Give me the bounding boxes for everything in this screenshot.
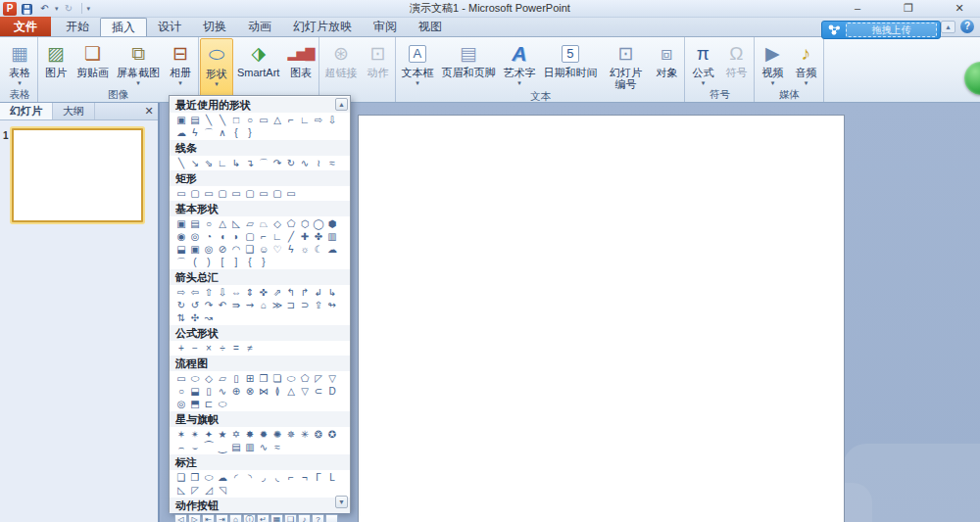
shape-icon[interactable]: ◎ [174, 398, 188, 410]
shape-icon[interactable]: ⋈ [257, 385, 270, 398]
minimize-button[interactable]: – [845, 1, 870, 16]
shape-icon[interactable]: { [243, 256, 257, 268]
shape-icon[interactable]: ⇨ [174, 286, 188, 299]
shape-icon[interactable]: ⇔ [229, 286, 243, 299]
shape-icon[interactable]: ◿ [202, 484, 216, 497]
shape-icon[interactable]: ✜ [257, 286, 270, 299]
shape-icon[interactable]: ★ [216, 428, 229, 441]
shape-icon[interactable]: ↷ [202, 299, 216, 311]
shape-icon[interactable]: ✹ [257, 428, 270, 441]
shape-icon[interactable]: ⬓ [174, 243, 188, 256]
shape-icon[interactable]: ◹ [216, 484, 229, 497]
shape-icon[interactable]: ▽ [298, 385, 312, 398]
shape-icon[interactable]: ☼ [298, 243, 312, 256]
shape-icon[interactable]: ⇩ [325, 114, 339, 126]
screenshot-button[interactable]: ⧉屏幕截图▾ [113, 38, 164, 88]
shape-icon[interactable]: ✸ [243, 428, 257, 441]
shape-icon[interactable]: ▭ [257, 187, 270, 200]
clipart-button[interactable]: ❏剪贴画 [73, 38, 113, 88]
shape-icon[interactable]: ≈ [270, 441, 284, 453]
shape-icon[interactable]: ÷ [216, 342, 229, 355]
shape-icon[interactable]: ✴ [188, 428, 202, 441]
shape-icon[interactable]: ▥ [243, 441, 257, 453]
undo-dropdown-arrow-icon[interactable]: ▾ [55, 5, 59, 13]
shape-icon[interactable]: ▯ [202, 385, 216, 398]
date-time-button[interactable]: 5日期和时间 [539, 38, 601, 90]
shape-icon[interactable]: ☺ [257, 243, 270, 256]
shape-icon[interactable]: ⌐ [284, 471, 298, 484]
shape-icon[interactable]: ⌢ [174, 441, 188, 453]
object-button[interactable]: ⧈对象 [650, 38, 683, 90]
shape-icon[interactable]: ▭ [174, 372, 188, 385]
shape-icon[interactable]: D [325, 385, 339, 398]
shape-icon[interactable]: △ [216, 217, 229, 230]
shape-icon[interactable]: ❐ [257, 372, 270, 385]
shape-icon[interactable]: ⬭ [284, 372, 298, 385]
shape-icon[interactable]: ◗ [229, 230, 243, 243]
shape-icon[interactable]: ↳ [325, 286, 339, 299]
shape-icon[interactable]: ⇅ [174, 311, 188, 324]
shape-icon[interactable]: ⇛ [229, 299, 243, 311]
shape-icon[interactable]: ∟ [298, 114, 312, 126]
shape-icon[interactable]: ⊏ [202, 398, 216, 410]
shape-icon[interactable]: ▤ [188, 114, 202, 126]
shape-icon[interactable]: [ [216, 256, 229, 268]
maximize-button[interactable]: ❐ [896, 1, 921, 16]
shape-icon[interactable]: ◯ [312, 217, 325, 230]
shape-icon[interactable]: ◎ [188, 230, 202, 243]
shape-icon[interactable]: ▢ [243, 187, 257, 200]
scroll-down-icon[interactable]: ▼ [335, 496, 348, 508]
shape-icon[interactable]: ╲ [202, 114, 216, 126]
shape-icon[interactable]: ↘ [188, 157, 202, 169]
undo-icon[interactable]: ↶ [37, 2, 52, 16]
slide-canvas[interactable] [358, 115, 845, 522]
shape-icon[interactable]: ♡ [270, 243, 284, 256]
shape-icon[interactable]: ↻ [284, 157, 298, 169]
shape-icon[interactable]: ✶ [174, 428, 188, 441]
shape-icon[interactable]: □ [229, 114, 243, 126]
shape-icon[interactable]: ⬓ [188, 385, 202, 398]
shape-icon[interactable]: ▯ [229, 372, 243, 385]
shape-icon[interactable]: ) [202, 256, 216, 268]
shape-icon[interactable]: ↰ [284, 286, 298, 299]
shape-icon[interactable]: ⌒ [257, 157, 270, 169]
shape-icon[interactable]: ▣ [174, 114, 188, 126]
shape-icon[interactable]: ☁ [174, 126, 188, 139]
shape-icon[interactable]: Γ [312, 471, 325, 484]
shape-icon[interactable]: ◔ [202, 230, 216, 243]
save-icon[interactable] [20, 2, 34, 16]
shape-icon[interactable]: ◞ [257, 471, 270, 484]
shape-icon[interactable]: × [202, 342, 216, 355]
shape-icon[interactable]: ⊂ [312, 385, 325, 398]
shape-icon[interactable]: ▤ [188, 217, 202, 230]
shape-icon[interactable]: ↳ [229, 157, 243, 169]
tab-design[interactable]: 设计 [147, 18, 192, 36]
shape-icon[interactable]: ≫ [270, 299, 284, 311]
minimize-ribbon-icon[interactable]: ▲ [941, 21, 956, 33]
shape-icon[interactable]: ✺ [270, 428, 284, 441]
help-icon[interactable]: ? [960, 20, 974, 33]
close-button[interactable]: ✕ [947, 1, 972, 16]
shape-icon[interactable]: ↵ [257, 514, 270, 522]
shape-icon[interactable]: ≀ [312, 157, 325, 169]
shape-icon[interactable]: ↱ [298, 286, 312, 299]
shape-icon[interactable]: ◎ [202, 243, 216, 256]
shape-icon[interactable]: ↬ [325, 299, 339, 311]
shape-icon[interactable]: ✦ [202, 428, 216, 441]
shape-icon[interactable]: ⌣ [188, 441, 202, 453]
shape-icon[interactable]: ⊕ [229, 385, 243, 398]
shape-icon[interactable]: ⇝ [243, 299, 257, 311]
shape-icon[interactable]: ⊗ [243, 385, 257, 398]
shape-icon[interactable]: ⊐ [284, 299, 298, 311]
shape-icon[interactable]: ⬠ [284, 217, 298, 230]
shape-icon[interactable]: ❏ [284, 514, 297, 522]
shape-icon[interactable]: ▭ [284, 187, 298, 200]
shape-icon[interactable]: ▤ [229, 441, 243, 453]
shape-icon[interactable]: ◇ [202, 372, 216, 385]
shape-icon[interactable]: ⌐ [284, 114, 298, 126]
shape-icon[interactable]: ⌒ [174, 256, 188, 268]
shape-icon[interactable]: ⬡ [298, 217, 312, 230]
shape-icon[interactable]: ◸ [188, 484, 202, 497]
shape-icon[interactable]: ╱ [284, 230, 298, 243]
cloud-upload-button[interactable]: 拖拽上传 [821, 21, 941, 39]
